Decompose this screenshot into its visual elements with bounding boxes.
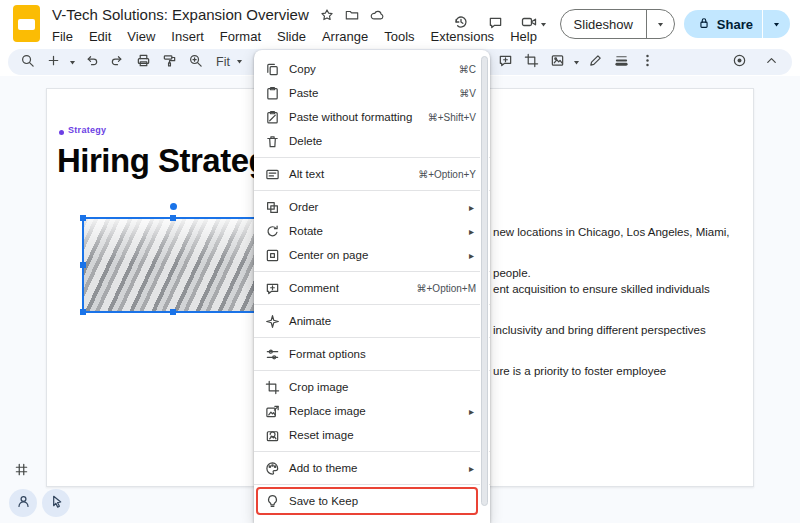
context-item-save-to-keep[interactable]: Save to Keep [254,489,490,513]
menu-edit[interactable]: Edit [81,27,119,46]
move-folder-icon[interactable] [345,8,359,22]
context-item-paste[interactable]: Paste⌘V [254,81,490,105]
body-text-fragment: people. [493,267,531,279]
context-item-comment[interactable]: Comment⌘+Option+M [254,276,490,300]
border-color-button[interactable] [582,50,608,74]
rotate-handle[interactable] [170,203,177,210]
menu-tools[interactable]: Tools [376,27,422,46]
context-item-add-to-theme[interactable]: Add to theme▸ [254,456,490,480]
menu-separator [254,370,490,371]
add-comment-button[interactable] [492,50,518,74]
submenu-arrow-icon: ▸ [469,463,474,474]
print-icon [136,53,151,72]
context-item-paste-without-formatting[interactable]: Paste without formatting⌘+Shift+V [254,105,490,129]
context-menu-scrollbar[interactable] [480,52,489,523]
context-item-label: Center on page [289,249,463,261]
paint-format-button[interactable] [156,50,182,74]
redo-button[interactable] [104,50,130,74]
context-item-copy[interactable]: Copy⌘C [254,57,490,81]
zoom-select[interactable]: Fit [208,55,252,69]
resize-handle[interactable] [170,215,176,221]
menu-format[interactable]: Format [212,27,269,46]
context-item-reset-image[interactable]: Reset image [254,423,490,447]
chevron-down-icon [656,15,665,33]
order-icon [265,200,281,215]
chevron-down-icon [772,15,781,33]
menu-file[interactable]: File [44,27,81,46]
slide-title[interactable]: Hiring Strategy [57,142,286,180]
context-item-order[interactable]: Order▸ [254,195,490,219]
menu-view[interactable]: View [119,27,163,46]
menu-slide[interactable]: Slide [269,27,314,46]
more-toolbar-button[interactable] [634,50,660,74]
search-menus-button[interactable] [14,50,40,74]
new-slide-button[interactable] [40,50,66,74]
pointer-button[interactable] [42,489,70,517]
slides-logo[interactable] [13,5,40,42]
lock-icon [697,16,711,33]
context-item-rotate[interactable]: Rotate▸ [254,219,490,243]
videocam-icon [521,14,537,34]
people-button[interactable] [9,489,37,517]
crop-image-button[interactable] [518,50,544,74]
body-text-fragment: ure is a priority to foster employee [493,365,666,377]
document-title[interactable]: V-Tech Solutions: Expansion Overview [52,6,309,23]
paste-plain-icon [265,110,281,125]
hide-menus-button[interactable] [758,50,784,74]
border-weight-button[interactable] [608,50,634,74]
keep-icon [265,494,281,509]
slideshow-button[interactable]: Slideshow [560,9,675,39]
star-icon[interactable] [320,8,334,22]
context-item-crop-image[interactable]: Crop image [254,375,490,399]
chevron-down-icon [572,53,581,71]
shortcut-hint: ⌘V [459,88,476,99]
animate-icon [265,314,281,329]
context-item-label: Add to theme [289,462,463,474]
chevron-down-icon [235,55,244,69]
submenu-arrow-icon: ▸ [469,202,474,213]
share-button[interactable]: Share [684,10,790,38]
context-item-label: Save to Keep [289,495,476,507]
redo-icon [110,53,125,72]
resize-handle[interactable] [80,215,86,221]
context-item-format-options[interactable]: Format options [254,342,490,366]
mask-image-caret[interactable] [570,50,582,74]
menu-insert[interactable]: Insert [163,27,212,46]
grid-view-button[interactable] [14,462,29,481]
cloud-status-icon[interactable] [370,8,384,22]
mask-image-button[interactable] [544,50,570,74]
comments-button[interactable] [483,11,509,37]
context-item-animate[interactable]: Animate [254,309,490,333]
share-options-caret[interactable] [762,10,790,38]
comment-add-icon [498,53,513,72]
context-item-label: Paste [289,87,453,99]
resize-handle[interactable] [80,309,86,315]
resize-handle[interactable] [80,262,86,268]
crop-icon [524,53,539,72]
zoom-button[interactable] [182,50,208,74]
share-label: Share [717,17,753,32]
print-button[interactable] [130,50,156,74]
menu-arrange[interactable]: Arrange [314,27,376,46]
context-item-delete[interactable]: Delete [254,129,490,153]
menu-separator [254,337,490,338]
context-item-label: Comment [289,282,411,294]
context-item-label: Copy [289,63,453,75]
meet-button[interactable] [518,14,551,34]
context-item-center-on-page[interactable]: Center on page▸ [254,243,490,267]
shortcut-hint: ⌘+Option+Y [418,169,476,180]
resize-handle[interactable] [170,309,176,315]
version-history-button[interactable] [448,11,474,37]
selected-image[interactable] [84,219,262,311]
slideshow-label[interactable]: Slideshow [561,10,646,38]
eyebrow-label[interactable]: Strategy [68,125,106,135]
scrollbar-thumb[interactable] [481,56,488,506]
image-icon [550,53,565,72]
pointer-mode-button[interactable] [726,50,752,74]
new-slide-caret[interactable] [66,50,78,74]
person-icon [16,494,31,513]
context-item-replace-image[interactable]: Replace image▸ [254,399,490,423]
undo-button[interactable] [78,50,104,74]
context-item-alt-text[interactable]: Alt text⌘+Option+Y [254,162,490,186]
slideshow-options-caret[interactable] [646,10,674,38]
